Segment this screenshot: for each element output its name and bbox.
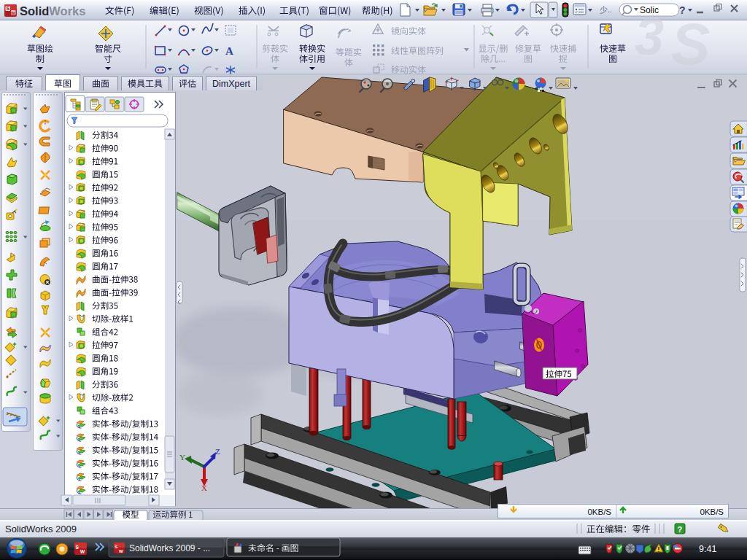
svg-text:3: 3	[635, 7, 664, 66]
svg-text:0KB/S: 0KB/S	[700, 508, 724, 516]
svg-text:?: ?	[678, 525, 683, 534]
svg-text:0KB/S: 0KB/S	[587, 508, 611, 516]
svg-text:SolidWorks 2009: SolidWorks 2009	[5, 524, 77, 534]
svg-text:Y: Y	[179, 453, 185, 462]
svg-text:DimXpert: DimXpert	[212, 79, 251, 89]
svg-text:W: W	[80, 549, 85, 554]
svg-text:Z: Z	[215, 447, 220, 456]
svg-text:X: X	[201, 483, 207, 492]
svg-text:SolidWorks 2009 - ...: SolidWorks 2009 - ...	[129, 543, 210, 553]
svg-text:S: S	[671, 12, 710, 77]
svg-text:9:41: 9:41	[699, 544, 716, 554]
svg-text:W: W	[119, 549, 123, 553]
svg-text:S: S	[115, 545, 117, 549]
svg-text:S: S	[76, 545, 80, 550]
